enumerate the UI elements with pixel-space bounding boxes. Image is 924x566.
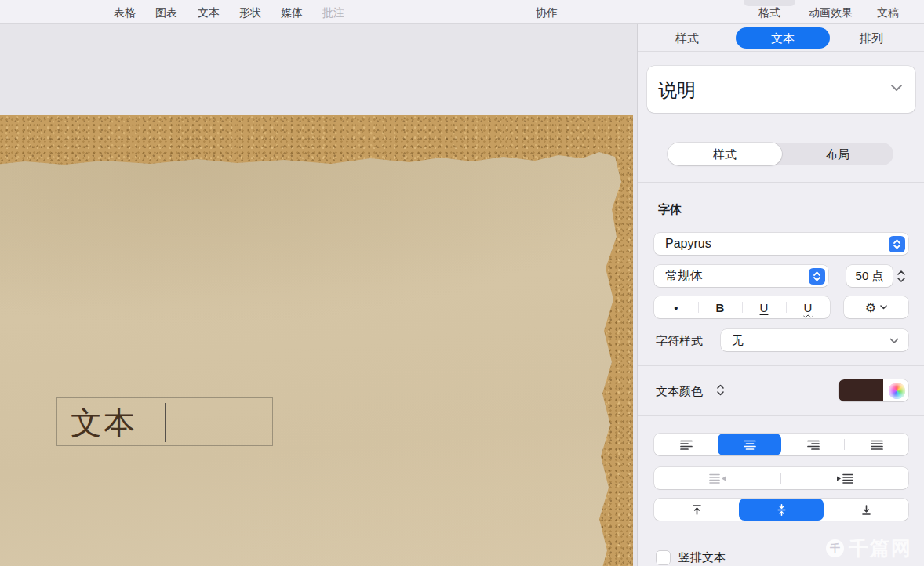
vertical-align-group <box>654 499 908 521</box>
stepper-icon[interactable] <box>889 236 905 252</box>
align-right-icon <box>806 440 820 450</box>
outdent-button[interactable] <box>654 467 781 489</box>
toolbar-media-button[interactable]: 媒体 <box>281 6 303 20</box>
toolbar-table-button[interactable]: 表格 <box>114 6 136 20</box>
tab-arrange[interactable]: 排列 <box>860 28 883 49</box>
align-center-button[interactable] <box>718 434 781 455</box>
text-color-label: 文本颜色 <box>656 384 703 399</box>
format-inspector: 样式 文本 排列 说明 样式 布局 字体 Papyrus 常规体 50 点 • … <box>637 24 924 566</box>
valign-middle-icon <box>776 504 788 516</box>
chevron-down-icon <box>880 305 887 310</box>
divider <box>638 415 924 416</box>
aged-paper-sheet <box>0 135 626 566</box>
underline-wavy-button[interactable]: U <box>786 296 830 318</box>
style-layout-segment: 样式 布局 <box>668 143 893 165</box>
toolbar-text-button[interactable]: 文本 <box>198 6 220 20</box>
gear-icon: ⚙ <box>865 300 876 315</box>
align-justify-icon <box>870 440 884 450</box>
paragraph-style-name: 说明 <box>658 78 696 103</box>
align-left-icon <box>679 440 693 450</box>
text-box-content[interactable]: 文本 <box>71 404 136 441</box>
document-canvas[interactable]: 文本 <box>0 24 637 566</box>
valign-bottom-icon <box>860 504 872 516</box>
toolbar-document-button[interactable]: 文稿 <box>877 6 899 20</box>
toolbar-animate-button[interactable]: 动画效果 <box>809 6 853 20</box>
toolbar-chart-button[interactable]: 图表 <box>155 6 177 20</box>
italic-button[interactable]: • <box>654 296 698 318</box>
segment-layout[interactable]: 布局 <box>782 143 893 165</box>
bold-button[interactable]: B <box>698 296 742 318</box>
align-center-icon <box>743 440 757 450</box>
indent-button[interactable] <box>781 467 908 489</box>
valign-bottom-button[interactable] <box>824 499 908 521</box>
divider <box>638 535 924 535</box>
char-style-label: 字符样式 <box>656 334 703 349</box>
font-size-stepper[interactable] <box>895 265 908 287</box>
underline-button[interactable]: U <box>742 296 786 318</box>
font-typeface-value: 常规体 <box>665 265 703 287</box>
font-size-field[interactable]: 50 点 <box>846 265 893 287</box>
chevron-down-icon <box>889 338 899 344</box>
font-family-dropdown[interactable]: Papyrus <box>654 233 908 255</box>
toolbar-comment-button: 批注 <box>322 6 344 20</box>
advanced-options-button[interactable]: ⚙ <box>844 296 908 318</box>
format-button-highlight <box>744 0 795 6</box>
outdent-icon <box>708 473 727 484</box>
toolbar-shape-button[interactable]: 形状 <box>239 6 261 20</box>
divider <box>638 365 924 366</box>
font-section-label: 字体 <box>658 202 682 217</box>
stepper-icon[interactable] <box>809 268 825 285</box>
align-right-button[interactable] <box>781 434 845 455</box>
valign-top-icon <box>691 504 703 516</box>
toolbar-format-button[interactable]: 格式 <box>758 6 780 20</box>
text-box[interactable]: 文本 <box>56 397 273 446</box>
tab-text[interactable]: 文本 <box>736 27 830 49</box>
chevron-down-icon <box>897 278 905 282</box>
divider <box>638 182 924 183</box>
text-color-disclosure-icon[interactable] <box>716 383 725 397</box>
valign-top-button[interactable] <box>654 499 739 521</box>
vertical-text-checkbox[interactable] <box>657 551 670 564</box>
alignment-group <box>654 434 908 455</box>
toolbar-collaborate-button[interactable]: 协作 <box>536 6 558 20</box>
indent-icon <box>835 473 854 484</box>
font-family-value: Papyrus <box>665 233 711 255</box>
vertical-text-label: 竖排文本 <box>678 550 726 565</box>
color-wheel-icon[interactable] <box>889 383 905 399</box>
paragraph-style-card[interactable]: 说明 <box>647 66 915 113</box>
color-swatch[interactable] <box>839 379 883 401</box>
chevron-down-icon <box>890 84 903 92</box>
chevron-up-icon <box>897 270 905 275</box>
toolbar: 表格 图表 文本 形状 媒体 批注 协作 格式 动画效果 文稿 <box>0 0 924 24</box>
segment-style[interactable]: 样式 <box>668 143 782 165</box>
divider <box>638 51 924 52</box>
valign-middle-button[interactable] <box>739 499 824 521</box>
char-style-value: 无 <box>732 329 744 351</box>
tab-style[interactable]: 样式 <box>675 28 699 49</box>
align-left-button[interactable] <box>654 434 718 455</box>
indent-group <box>654 467 908 489</box>
align-justify-button[interactable] <box>845 434 908 455</box>
character-format-group: • B U U <box>654 296 830 318</box>
text-color-well[interactable] <box>839 379 908 401</box>
font-typeface-dropdown[interactable]: 常规体 <box>654 265 828 287</box>
text-cursor <box>165 403 166 442</box>
char-style-dropdown[interactable]: 无 <box>721 329 908 351</box>
